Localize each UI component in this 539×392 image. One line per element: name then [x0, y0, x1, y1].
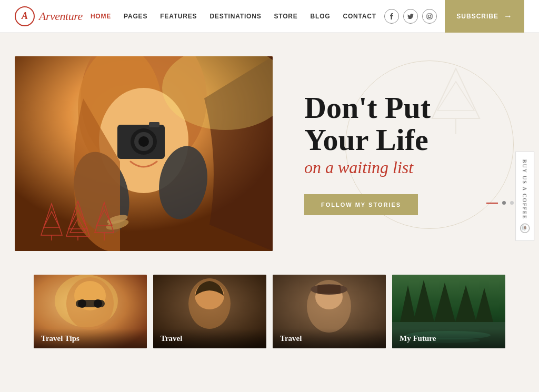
- svg-marker-21: [68, 210, 87, 229]
- facebook-icon[interactable]: [384, 9, 399, 24]
- header: A Arventure HOME PAGES FEATURES DESTINAT…: [0, 0, 539, 33]
- svg-marker-17: [41, 204, 62, 235]
- subscribe-arrow: →: [504, 12, 513, 21]
- hero-content: Don't Put Your Life on a waiting list FO…: [273, 92, 524, 216]
- active-dot-dash: [486, 203, 498, 204]
- svg-point-35: [78, 299, 86, 308]
- card-3-label: Travel: [280, 334, 302, 343]
- svg-point-2: [431, 14, 432, 15]
- hero-title: Don't Put Your Life: [304, 92, 524, 156]
- hero-trees-decoration: [36, 198, 120, 240]
- card-2-label: Travel: [161, 334, 182, 343]
- subscribe-label: SUBSCRIBE: [456, 13, 498, 20]
- card-4-label: My Future: [400, 334, 436, 343]
- dot-3[interactable]: [510, 201, 514, 205]
- main-nav: HOME PAGES FEATURES DESTINATIONS STORE B…: [91, 13, 376, 20]
- hero-title-line2: Your Life: [304, 123, 428, 157]
- nav-features[interactable]: FEATURES: [160, 13, 197, 20]
- nav-destinations[interactable]: DESTINATIONS: [209, 13, 261, 20]
- social-icons: [384, 9, 437, 24]
- cards-section: Travel Tips Travel: [0, 275, 539, 364]
- hero-nav-dots: [486, 201, 514, 205]
- logo-area: A Arventure: [15, 6, 83, 26]
- card-4-overlay: My Future: [392, 328, 505, 348]
- svg-marker-24: [95, 203, 114, 233]
- card-4[interactable]: My Future: [392, 275, 505, 348]
- svg-rect-44: [317, 285, 341, 294]
- svg-point-1: [428, 15, 431, 17]
- svg-point-10: [138, 136, 149, 147]
- nav-home[interactable]: HOME: [91, 13, 111, 20]
- card-2-overlay: Travel: [153, 328, 266, 348]
- nav-store[interactable]: STORE: [274, 13, 297, 20]
- hero-subtitle: on a waiting list: [304, 158, 524, 177]
- svg-point-36: [94, 299, 102, 308]
- subscribe-button[interactable]: SUBSCRIBE →: [445, 0, 524, 33]
- svg-rect-11: [149, 122, 159, 127]
- logo-letter: A: [22, 11, 28, 22]
- logo-icon: A: [15, 6, 35, 26]
- nav-pages[interactable]: PAGES: [124, 13, 147, 20]
- twitter-icon[interactable]: [403, 9, 418, 24]
- card-1-label: Travel Tips: [41, 334, 79, 343]
- hero-image-wrapper: [15, 56, 273, 251]
- hero-title-line1: Don't Put: [304, 91, 431, 125]
- side-tab[interactable]: BUY US A COFFEE ☕: [515, 151, 534, 240]
- card-3[interactable]: Travel: [273, 275, 386, 348]
- instagram-icon[interactable]: [422, 9, 437, 24]
- card-2[interactable]: Travel: [153, 275, 266, 348]
- svg-marker-25: [96, 210, 112, 226]
- card-3-overlay: Travel: [273, 328, 386, 348]
- follow-stories-button[interactable]: FOLLOW MY STORIES: [304, 194, 418, 215]
- nav-contact[interactable]: CONTACT: [343, 13, 376, 20]
- hero-section: Don't Put Your Life on a waiting list FO…: [0, 33, 539, 275]
- card-1-overlay: Travel Tips: [34, 328, 147, 348]
- card-1[interactable]: Travel Tips: [34, 275, 147, 348]
- dot-2[interactable]: [502, 201, 506, 205]
- coffee-icon: ☕: [520, 224, 530, 233]
- nav-blog[interactable]: BLOG: [311, 13, 331, 20]
- logo-name: Arventure: [39, 9, 83, 23]
- side-tab-label: BUY US A COFFEE: [522, 159, 527, 219]
